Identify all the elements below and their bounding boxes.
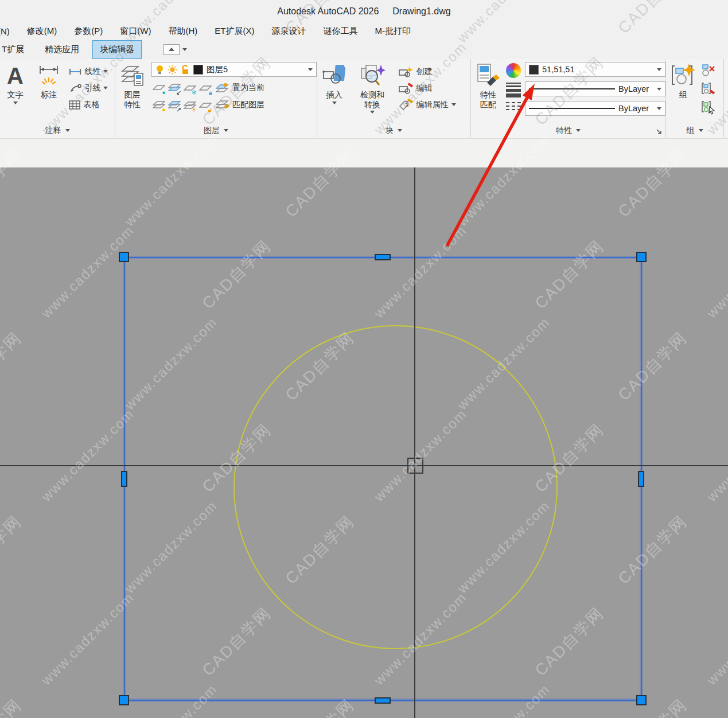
detect-convert-button[interactable]: 检测和转换 [351, 62, 393, 122]
make-current-button[interactable]: 置为当前 [213, 80, 267, 96]
dimension-button[interactable]: 标注 [30, 62, 67, 122]
menu-item[interactable]: ET扩展(X) [206, 24, 263, 38]
text-button[interactable]: A 文字 [0, 62, 30, 122]
edit-attributes-caret-icon[interactable] [451, 103, 456, 106]
group-button[interactable]: 组 [666, 62, 700, 122]
object-color-value: 51,51,51 [542, 65, 574, 74]
layer-dropdown[interactable]: 图层5 [151, 62, 317, 77]
leader-button[interactable]: 引线 [67, 80, 115, 96]
layer-on-bulb-icon [155, 65, 164, 75]
edit-attributes-button[interactable]: 编辑属性 [397, 96, 470, 113]
annotate-panel-label[interactable]: 注释 [0, 123, 115, 138]
grip-bottom-mid[interactable] [375, 697, 391, 704]
layer-on-all-button[interactable]: ● [151, 98, 166, 112]
menu-item[interactable]: 源泉设计 [263, 24, 314, 38]
grip-right-mid[interactable] [638, 471, 644, 487]
edit-attributes-label: 编辑属性 [416, 100, 449, 110]
group-selection-toggle-button[interactable] [700, 100, 715, 115]
linear-dimension-icon [69, 68, 81, 75]
color-wheel-icon[interactable] [506, 63, 521, 78]
panel-properties: 特性匹配 51,51,51 ByLayer [471, 59, 666, 138]
ribbon-tab[interactable]: T扩展 [0, 40, 32, 59]
menu-item[interactable]: 参数(P) [65, 24, 111, 38]
crosshair-horizontal [0, 465, 728, 466]
insert-label: 插入 [326, 90, 342, 100]
dimension-button-label: 标注 [41, 90, 57, 100]
title-bar: Autodesk AutoCAD 2026 Drawing1.dwg [0, 0, 728, 23]
grip-left-mid[interactable] [121, 471, 127, 487]
layer-unlock-icon [181, 65, 190, 75]
block-panel-caret-icon [398, 129, 402, 132]
ribbon-tab[interactable]: 块编辑器 [92, 40, 142, 59]
layer-properties-button[interactable]: 图层特性 [115, 62, 149, 122]
layers-panel-label[interactable]: 图层 [115, 123, 317, 138]
leader-icon [69, 84, 81, 93]
make-current-label: 置为当前 [232, 83, 264, 93]
insert-caret-icon [332, 102, 337, 104]
group-panel-label[interactable]: 组 [666, 123, 723, 138]
menu-item[interactable]: 窗口(W) [111, 24, 159, 38]
layer-thaw-button[interactable]: ☀ [182, 98, 197, 112]
menu-item[interactable]: 帮助(H) [159, 24, 206, 38]
match-layer-button[interactable]: 匹配图层 [213, 97, 267, 113]
ribbon-collapse-control[interactable] [163, 44, 187, 55]
block-create-button[interactable]: 创建 [397, 63, 470, 80]
linetype-dropdown[interactable]: ByLayer [525, 101, 665, 116]
edit-attributes-icon [399, 99, 414, 111]
object-color-swatch [529, 65, 539, 75]
detect-convert-caret-icon [370, 111, 375, 114]
block-edit-icon [399, 83, 414, 94]
detect-convert-label: 检测和转换 [357, 90, 387, 110]
menu-bar: (N)修改(M)参数(P)窗口(W)帮助(H)ET扩展(X)源泉设计谜你工具M-… [0, 23, 728, 40]
linetype-caret-icon[interactable] [657, 107, 661, 110]
layer-name: 图层5 [207, 64, 228, 75]
layer-unisolate-button[interactable]: ↗ [167, 98, 181, 112]
text-caret-icon [13, 102, 18, 104]
linear-caret-icon[interactable] [103, 70, 108, 73]
grip-bottom-left[interactable] [119, 695, 129, 705]
table-button[interactable]: 表格 [67, 96, 115, 113]
match-properties-button[interactable]: 特性匹配 [471, 62, 505, 122]
leader-caret-icon[interactable] [103, 87, 108, 89]
group-edit-button[interactable] [700, 81, 715, 96]
lineweight-dropdown[interactable]: ByLayer [525, 81, 665, 96]
layer-unlock-button[interactable]: 🔓︎ [198, 98, 212, 112]
menu-item[interactable]: (N) [0, 25, 18, 38]
ribbon-tab[interactable]: 精选应用 [37, 40, 87, 59]
grip-bottom-right[interactable] [636, 695, 647, 705]
layer-freeze-button[interactable]: ❄ [182, 81, 197, 95]
object-color-caret-icon[interactable] [657, 68, 661, 71]
grip-top-right[interactable] [636, 252, 647, 262]
block-edit-button[interactable]: 编辑 [397, 80, 470, 96]
lineweight-caret-icon[interactable] [657, 88, 661, 91]
match-layer-icon [216, 100, 229, 110]
layer-lock-button[interactable]: 🔒︎ [198, 81, 212, 95]
ungroup-button[interactable] [700, 63, 715, 78]
collapse-options-caret-icon[interactable] [182, 48, 187, 51]
block-panel-label[interactable]: 块 [317, 123, 470, 138]
linear-label: 线性 [84, 67, 100, 77]
properties-panel-label[interactable]: 特性 [471, 123, 665, 138]
linetype-icon[interactable] [506, 102, 521, 110]
menu-item[interactable]: M-批打印 [366, 24, 419, 38]
drawing-canvas[interactable] [0, 167, 728, 718]
text-icon: A [7, 64, 24, 87]
properties-dialog-launcher-icon[interactable] [656, 128, 662, 135]
linetype-sample [529, 108, 615, 109]
linear-dimension-button[interactable]: 线性 [67, 63, 115, 80]
menu-item[interactable]: 谜你工具 [314, 24, 366, 38]
layer-isolate-button[interactable]: ↙ [167, 81, 181, 95]
insert-button[interactable]: 插入 [317, 62, 351, 122]
lineweight-icon[interactable] [506, 83, 521, 97]
layer-dropdown-caret-icon[interactable] [308, 68, 313, 71]
selected-rectangle-entity[interactable] [124, 257, 642, 701]
layer-color-swatch [193, 65, 203, 75]
grip-top-left[interactable] [119, 252, 129, 262]
grip-top-mid[interactable] [375, 254, 391, 260]
layer-properties-label: 图层特性 [123, 90, 142, 110]
menu-item[interactable]: 修改(M) [18, 24, 66, 38]
ribbon-collapse-button[interactable] [163, 44, 180, 55]
object-color-dropdown[interactable]: 51,51,51 [525, 62, 665, 77]
layer-off-button[interactable]: ● [151, 81, 166, 95]
block-create-label: 创建 [416, 67, 433, 77]
